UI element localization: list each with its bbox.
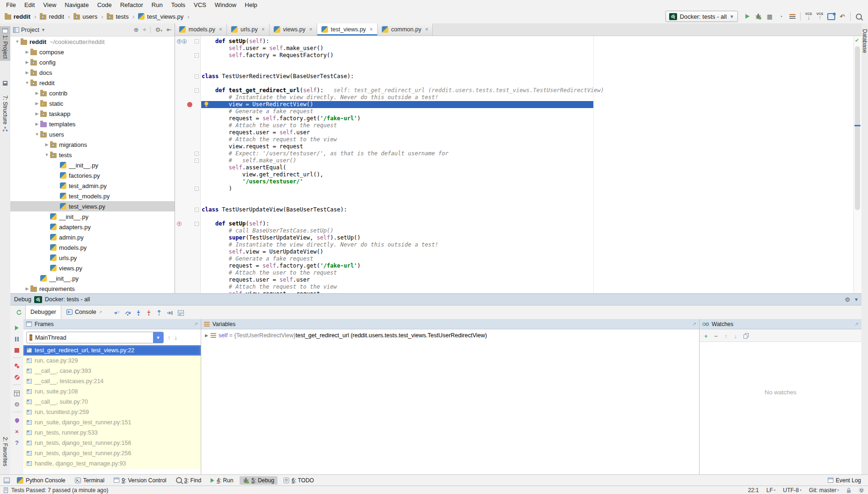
toolwindow-toggle-icon[interactable] (4, 478, 10, 483)
chevron-open-icon[interactable]: ▼ (34, 132, 40, 137)
run-button[interactable] (742, 11, 753, 22)
stack-frame[interactable]: run, tcunittest.py:259 (23, 407, 201, 417)
stack-frame[interactable]: __call__, case.py:393 (23, 366, 201, 376)
gear-icon[interactable]: ⚙ (845, 296, 850, 303)
toolwindow-button-terminal[interactable]: Terminal (72, 476, 108, 485)
fold-marker-icon[interactable]: - (195, 208, 199, 212)
close-tab-icon[interactable]: × (262, 26, 265, 33)
chevron-closed-icon[interactable]: ▶ (44, 142, 50, 147)
tree-item-__init__.py[interactable]: __init__.py (10, 211, 175, 222)
close-tab-icon[interactable]: × (370, 26, 373, 33)
step-into-my-code-button[interactable] (146, 309, 152, 316)
rollback-button[interactable]: ↶ (837, 11, 848, 22)
step-into-button[interactable] (136, 309, 141, 316)
debug-button[interactable] (753, 11, 764, 22)
chevron-closed-icon[interactable]: ▶ (34, 122, 40, 126)
tree-item-factories.py[interactable]: factories.py (10, 170, 175, 181)
variable-row[interactable]: ▶ self = {TestUserRedirectView}test_get_… (201, 329, 699, 341)
toolstrip-database[interactable]: Database (861, 27, 868, 55)
tree-item-__init__.py[interactable]: __init__.py (10, 273, 175, 283)
tree-item-test_models.py[interactable]: test_models.py (10, 191, 175, 201)
stack-frame[interactable]: __call__, suite.py:70 (23, 397, 201, 407)
menu-view[interactable]: View (39, 1, 60, 9)
chevron-closed-icon[interactable]: ▶ (24, 286, 30, 291)
toolstrip-favorites[interactable]: 2: Favorites (0, 435, 10, 468)
tree-item-docs[interactable]: ▶docs (10, 67, 175, 78)
changes-button[interactable] (825, 11, 837, 22)
breakpoint-icon[interactable] (187, 102, 192, 107)
frame-down-icon[interactable]: ↓ (175, 334, 178, 341)
debug-tab-console[interactable]: Console↗ (61, 305, 107, 320)
vcs-update-button[interactable]: VCS↓ (803, 11, 814, 22)
thread-selector[interactable]: MainThread ▼ (26, 332, 164, 343)
tree-item-config[interactable]: ▶config (10, 57, 175, 67)
menu-help[interactable]: Help (241, 1, 262, 9)
chevron-down-icon[interactable]: ▼ (41, 28, 45, 32)
float-panel-icon[interactable]: ↗ (693, 321, 696, 327)
fold-marker-icon[interactable]: - (195, 159, 199, 163)
tree-item-reddit[interactable]: ▼reddit (10, 78, 175, 88)
git-branch-widget[interactable]: Git: master▾ (809, 487, 839, 494)
gear-icon[interactable]: ⚙▾ (155, 26, 162, 33)
debug-tab-debugger[interactable]: Debugger (25, 305, 61, 320)
move-down-button[interactable]: ↓ (734, 332, 737, 339)
fold-marker-icon[interactable]: - (195, 152, 199, 156)
editor-tab-models.py[interactable]: models.py× (175, 23, 227, 36)
editor-tab-views.py[interactable]: views.py× (270, 23, 317, 36)
toolwindow-button-4-run[interactable]: 4: Run (207, 476, 236, 485)
run-dashboard-button[interactable] (787, 11, 798, 22)
stop-button[interactable] (15, 346, 19, 353)
menu-tools[interactable]: Tools (167, 1, 190, 9)
chevron-closed-icon[interactable]: ▶ (34, 101, 40, 106)
tree-item-models.py[interactable]: models.py (10, 242, 175, 253)
close-tab-icon[interactable]: × (309, 26, 313, 33)
scrollbar-thumb[interactable] (855, 46, 860, 210)
stack-frame[interactable]: run, suite.py:108 (23, 386, 201, 397)
fold-marker-icon[interactable]: - (195, 74, 199, 79)
tree-item-reddit[interactable]: ▼reddit~/cookiecutter/reddit (10, 36, 175, 47)
hide-debug-icon[interactable]: ▾ (855, 296, 858, 303)
help-button[interactable]: ? (15, 439, 19, 446)
event-log-button[interactable]: Event Log (824, 476, 864, 485)
copy-watch-button[interactable] (744, 332, 749, 339)
mute-breakpoints-button[interactable] (14, 373, 20, 380)
chevron-closed-icon[interactable]: ▶ (24, 70, 30, 75)
restore-layout-button[interactable] (14, 389, 20, 396)
pin-button[interactable] (15, 416, 19, 423)
project-panel-title[interactable]: Project (21, 27, 39, 33)
remove-watch-button[interactable]: − (715, 332, 718, 339)
encoding-widget[interactable]: UTF-8▾ (783, 487, 802, 494)
fold-marker-icon[interactable]: - (195, 39, 199, 44)
breadcrumb-tests[interactable]: tests (106, 13, 129, 21)
fold-marker-icon[interactable]: - (195, 187, 199, 191)
toolwindow-button-5-debug[interactable]: 5: Debug (240, 476, 278, 485)
editor-tab-test_views.py[interactable]: test_views.py× (317, 23, 378, 36)
run-config-dropdown[interactable]: dj Docker: tests - all ▼ (665, 11, 738, 22)
caret-position-widget[interactable]: 22:1 (748, 487, 759, 494)
stack-frame[interactable]: run, case.py:329 (23, 356, 201, 366)
chevron-open-icon[interactable]: ▼ (44, 153, 50, 157)
toolstrip-structure[interactable]: 7: Structure (0, 94, 10, 134)
toolwindow-button-3-find[interactable]: 3: Find (173, 476, 205, 485)
fold-marker-icon[interactable]: - (195, 53, 199, 58)
close-tab-icon[interactable]: × (425, 26, 428, 33)
stack-frame[interactable]: __call__, testcases.py:214 (23, 376, 201, 386)
menu-file[interactable]: File (2, 1, 20, 9)
tree-item-test_views.py[interactable]: test_views.py (10, 201, 175, 211)
chevron-closed-icon[interactable]: ▶ (24, 50, 30, 54)
show-execution-point-button[interactable] (114, 309, 120, 316)
menu-edit[interactable]: Edit (20, 1, 39, 9)
tree-item-migrations[interactable]: ▶migrations (10, 139, 175, 150)
tree-item-users[interactable]: ▼users (10, 129, 175, 139)
menu-code[interactable]: Code (93, 1, 116, 9)
frame-up-icon[interactable]: ↑ (168, 334, 171, 341)
breadcrumb-reddit[interactable]: reddit (39, 13, 65, 21)
menu-vcs[interactable]: VCS (190, 1, 211, 9)
profiler-button[interactable]: ◔ (775, 11, 787, 22)
code-editor[interactable]: - def setUp(self): self.user = self.make… (175, 36, 854, 293)
search-everywhere-button[interactable] (853, 11, 864, 22)
view-breakpoints-button[interactable] (14, 362, 20, 369)
editor-tab-common.py[interactable]: common.py× (378, 23, 433, 36)
toolwindow-button-python-console[interactable]: Python Console (14, 476, 69, 485)
stack-frame[interactable]: run_tests, django_test_runner.py:256 (23, 448, 201, 458)
